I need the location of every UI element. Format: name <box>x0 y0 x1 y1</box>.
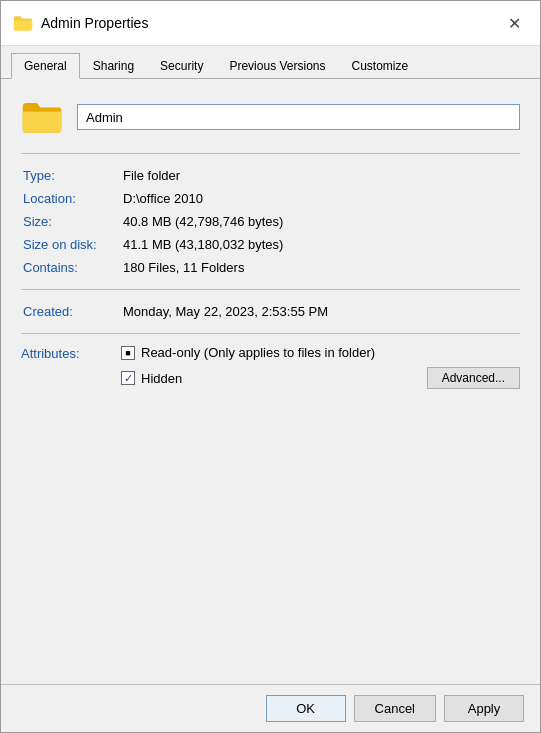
title-bar: Admin Properties ✕ <box>1 1 540 46</box>
hidden-row: Hidden <box>121 371 182 386</box>
created-value: Monday, May 22, 2023, 2:53:55 PM <box>121 300 520 323</box>
type-label: Type: <box>21 164 121 187</box>
folder-name-input[interactable] <box>77 104 520 130</box>
size-on-disk-value: 41.1 MB (43,180,032 bytes) <box>121 233 520 256</box>
folder-title-icon <box>13 13 33 33</box>
checkboxes-column: Read-only (Only applies to files in fold… <box>121 345 520 360</box>
table-row: Contains: 180 Files, 11 Folders <box>21 256 520 279</box>
location-label: Location: <box>21 187 121 210</box>
folder-large-icon <box>21 99 63 135</box>
folder-name-row <box>21 99 520 135</box>
created-table: Created: Monday, May 22, 2023, 2:53:55 P… <box>21 300 520 323</box>
bottom-bar: OK Cancel Apply <box>1 684 540 732</box>
tab-general[interactable]: General <box>11 53 80 79</box>
tab-previous-versions[interactable]: Previous Versions <box>216 53 338 79</box>
tab-bar: General Sharing Security Previous Versio… <box>1 46 540 79</box>
table-row: Location: D:\office 2010 <box>21 187 520 210</box>
table-row: Created: Monday, May 22, 2023, 2:53:55 P… <box>21 300 520 323</box>
table-row: Size on disk: 41.1 MB (43,180,032 bytes) <box>21 233 520 256</box>
type-value: File folder <box>121 164 520 187</box>
tab-sharing[interactable]: Sharing <box>80 53 147 79</box>
readonly-label: Read-only (Only applies to files in fold… <box>141 345 375 360</box>
readonly-checkbox[interactable] <box>121 346 135 360</box>
divider-1 <box>21 153 520 154</box>
window-title: Admin Properties <box>41 15 500 31</box>
cancel-button[interactable]: Cancel <box>354 695 436 722</box>
close-button[interactable]: ✕ <box>500 9 528 37</box>
divider-2 <box>21 289 520 290</box>
divider-3 <box>21 333 520 334</box>
hidden-checkbox[interactable] <box>121 371 135 385</box>
contains-value: 180 Files, 11 Folders <box>121 256 520 279</box>
created-label: Created: <box>21 300 121 323</box>
size-label: Size: <box>21 210 121 233</box>
attributes-label: Attributes: <box>21 344 121 361</box>
location-value: D:\office 2010 <box>121 187 520 210</box>
admin-properties-window: Admin Properties ✕ General Sharing Secur… <box>0 0 541 733</box>
size-on-disk-label: Size on disk: <box>21 233 121 256</box>
table-row: Size: 40.8 MB (42,798,746 bytes) <box>21 210 520 233</box>
tab-customize[interactable]: Customize <box>338 53 421 79</box>
size-value: 40.8 MB (42,798,746 bytes) <box>121 210 520 233</box>
ok-button[interactable]: OK <box>266 695 346 722</box>
contains-label: Contains: <box>21 256 121 279</box>
hidden-label: Hidden <box>141 371 182 386</box>
attributes-row: Attributes: Read-only (Only applies to f… <box>21 344 520 361</box>
attributes-section: Attributes: Read-only (Only applies to f… <box>21 344 520 389</box>
hidden-advanced-row: Hidden Advanced... <box>121 367 520 389</box>
general-tab-content: Type: File folder Location: D:\office 20… <box>1 79 540 684</box>
apply-button[interactable]: Apply <box>444 695 524 722</box>
readonly-row: Read-only (Only applies to files in fold… <box>121 345 520 360</box>
properties-table: Type: File folder Location: D:\office 20… <box>21 164 520 279</box>
advanced-button[interactable]: Advanced... <box>427 367 520 389</box>
table-row: Type: File folder <box>21 164 520 187</box>
tab-security[interactable]: Security <box>147 53 216 79</box>
